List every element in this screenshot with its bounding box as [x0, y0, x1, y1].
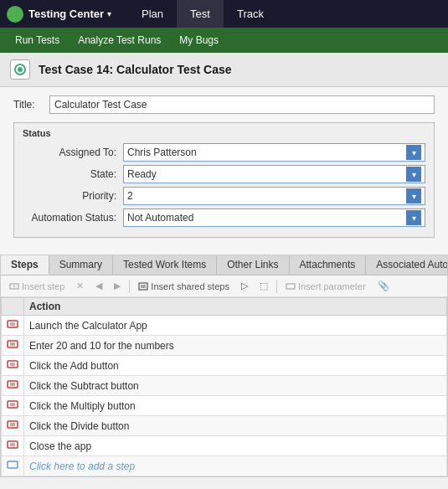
- tab-summary[interactable]: Summary: [49, 255, 113, 275]
- add-step-label[interactable]: Click here to add a step: [24, 456, 447, 476]
- app-logo: [7, 6, 23, 23]
- state-select[interactable]: Ready ▾: [123, 165, 425, 183]
- add-step-row[interactable]: Click here to add a step: [2, 456, 447, 476]
- delete-icon: ✕: [76, 281, 84, 291]
- assigned-to-label: Assigned To:: [23, 147, 123, 158]
- delete-step-button[interactable]: ✕: [71, 278, 89, 294]
- svg-rect-8: [286, 284, 295, 289]
- svg-rect-9: [8, 321, 18, 327]
- open-shared-steps-button[interactable]: ▷: [236, 278, 253, 294]
- insert-shared-steps-button[interactable]: Insert shared steps: [133, 279, 234, 294]
- title-input[interactable]: [49, 95, 435, 114]
- insert-shared-steps-label: Insert shared steps: [151, 281, 229, 291]
- nav-plan[interactable]: Plan: [128, 0, 177, 28]
- insert-parameter-label: Insert parameter: [298, 281, 366, 291]
- table-row[interactable]: Click the Divide button: [2, 416, 447, 436]
- table-row[interactable]: Click the Add button: [2, 356, 447, 376]
- step-action-cell: Click the Multiply button: [24, 396, 447, 416]
- state-value: Ready: [127, 168, 157, 180]
- status-row-priority: Priority: 2 ▾: [23, 187, 425, 205]
- tab-attachments[interactable]: Attachments: [290, 255, 367, 275]
- svg-rect-27: [8, 441, 18, 448]
- step-icon: [7, 439, 18, 450]
- sub-nav-bar: Run Tests Analyze Test Runs My Bugs: [0, 28, 448, 53]
- insert-parameter-icon: [286, 281, 296, 291]
- open-icon: ▷: [241, 281, 248, 291]
- main-nav: Plan Test Track: [128, 0, 277, 28]
- step-icon: [7, 338, 18, 350]
- step-action-cell: Click the Add button: [24, 356, 447, 376]
- toolbar-separator-2: [276, 280, 277, 293]
- status-row-state: State: Ready ▾: [23, 165, 425, 183]
- action-column-header: Action: [24, 298, 447, 316]
- step-action-cell: Click the Subtract button: [24, 376, 447, 396]
- step-icon: [7, 419, 18, 430]
- step-action-cell: Click the Divide button: [24, 416, 447, 436]
- step-action-cell: Enter 20 and 10 for the numbers: [24, 336, 447, 356]
- sub-nav-analyze-runs[interactable]: Analyze Test Runs: [70, 32, 169, 49]
- insert-step-button[interactable]: Insert step: [4, 279, 70, 294]
- title-bar: Testing Center ▾ Plan Test Track: [0, 0, 448, 28]
- step-action-cell: Close the app: [24, 436, 447, 456]
- app-menu-arrow[interactable]: ▾: [107, 9, 111, 18]
- nav-test[interactable]: Test: [177, 0, 224, 28]
- title-row: Title:: [13, 95, 435, 114]
- priority-arrow-icon: ▾: [406, 188, 421, 203]
- capture-button[interactable]: ⬚: [255, 278, 273, 294]
- nav-track[interactable]: Track: [224, 0, 277, 28]
- capture-icon: ⬚: [260, 281, 268, 291]
- status-section-title: Status: [23, 128, 425, 138]
- step-icon: [7, 318, 18, 330]
- test-case-header: Test Case 14: Calculator Test Case: [0, 53, 448, 87]
- automation-arrow-icon: ▾: [406, 210, 421, 225]
- tab-associated-auto[interactable]: Associated Auto: [366, 255, 447, 275]
- sub-nav-run-tests[interactable]: Run Tests: [7, 32, 68, 49]
- svg-rect-24: [8, 421, 18, 428]
- svg-rect-15: [8, 361, 18, 368]
- status-row-automation: Automation Status: Not Automated ▾: [23, 208, 425, 227]
- tab-other-links[interactable]: Other Links: [217, 255, 289, 275]
- svg-point-1: [18, 67, 23, 72]
- move-down-button[interactable]: ▶: [109, 278, 126, 294]
- test-case-title: Test Case 14: Calculator Test Case: [39, 63, 232, 76]
- table-row[interactable]: Enter 20 and 10 for the numbers: [2, 336, 447, 356]
- tab-steps[interactable]: Steps: [1, 255, 49, 275]
- test-case-icon: [10, 59, 30, 80]
- table-row[interactable]: Launch the Calculator App: [2, 316, 447, 336]
- move-down-icon: ▶: [114, 281, 121, 291]
- table-row[interactable]: Click the Multiply button: [2, 396, 447, 416]
- assigned-to-select[interactable]: Chris Patterson ▾: [123, 143, 425, 162]
- table-row[interactable]: Close the app: [2, 436, 447, 456]
- state-arrow-icon: ▾: [406, 167, 421, 182]
- tabs-container: Steps Summary Tested Work Items Other Li…: [0, 255, 448, 477]
- toolbar-separator-1: [129, 280, 130, 293]
- tabs-header: Steps Summary Tested Work Items Other Li…: [1, 255, 447, 275]
- add-step-icon: [7, 459, 18, 471]
- app-name: Testing Center: [28, 8, 104, 20]
- table-row[interactable]: Click the Subtract button: [2, 376, 447, 396]
- move-up-icon: ◀: [95, 281, 102, 291]
- state-label: State:: [23, 168, 123, 180]
- status-section: Status Assigned To: Chris Patterson ▾ St…: [13, 122, 435, 238]
- title-label: Title:: [13, 99, 43, 111]
- priority-select[interactable]: 2 ▾: [123, 187, 425, 205]
- step-icon: [7, 378, 18, 390]
- insert-step-icon: [9, 281, 19, 291]
- move-up-button[interactable]: ◀: [90, 278, 107, 294]
- priority-label: Priority:: [23, 190, 123, 202]
- automation-label: Automation Status:: [23, 212, 123, 224]
- priority-value: 2: [127, 190, 133, 202]
- assigned-to-arrow-icon: ▾: [406, 145, 421, 160]
- automation-value: Not Automated: [127, 212, 193, 224]
- step-icon: [7, 399, 18, 410]
- form-area: Title: Status Assigned To: Chris Patters…: [0, 87, 448, 255]
- sub-nav-my-bugs[interactable]: My Bugs: [171, 32, 227, 49]
- status-row-assigned: Assigned To: Chris Patterson ▾: [23, 143, 425, 162]
- svg-rect-18: [8, 381, 18, 388]
- automation-select[interactable]: Not Automated ▾: [123, 208, 425, 227]
- insert-parameter-button[interactable]: Insert parameter: [281, 279, 371, 294]
- svg-rect-21: [8, 401, 18, 408]
- step-action-cell: Launch the Calculator App: [24, 316, 447, 336]
- tab-tested-work-items[interactable]: Tested Work Items: [113, 255, 217, 275]
- clip-button[interactable]: 📎: [373, 278, 394, 294]
